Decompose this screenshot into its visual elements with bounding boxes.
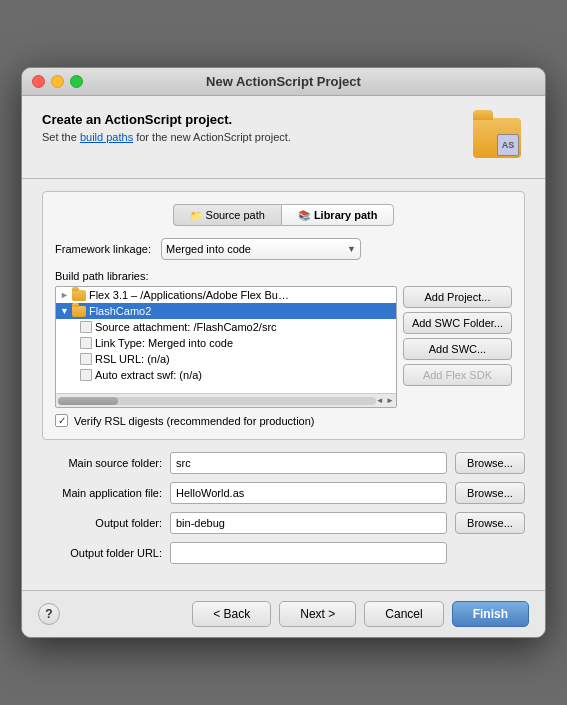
framework-row: Framework linkage: Merged into code ▼ xyxy=(55,238,512,260)
list-item[interactable]: ▼ FlashCamo2 xyxy=(56,303,396,319)
scrollbar-arrows[interactable]: ◄ ► xyxy=(376,396,394,405)
build-paths-link[interactable]: build paths xyxy=(80,131,133,143)
tab-library[interactable]: 📚 Library path xyxy=(281,204,395,226)
browse-app-button[interactable]: Browse... xyxy=(455,482,525,504)
scrollbar-thumb[interactable] xyxy=(58,397,118,405)
framework-select[interactable]: Merged into code ▼ xyxy=(161,238,361,260)
main-source-label: Main source folder: xyxy=(42,457,162,469)
output-url-input[interactable] xyxy=(170,542,447,564)
checkbox-label: Verify RSL digests (recommended for prod… xyxy=(74,415,314,427)
bottom-bar: ? < Back Next > Cancel Finish xyxy=(22,590,545,637)
tab-library-label: Library path xyxy=(314,209,378,221)
library-tab-icon: 📚 xyxy=(298,210,310,221)
framework-label: Framework linkage: xyxy=(55,243,151,255)
tabs-row: 📁 Source path 📚 Library path xyxy=(55,204,512,226)
bottom-buttons: < Back Next > Cancel Finish xyxy=(192,601,529,627)
main-app-label: Main application file: xyxy=(42,487,162,499)
output-folder-input[interactable] xyxy=(170,512,447,534)
file-icon xyxy=(80,321,92,333)
main-app-input[interactable] xyxy=(170,482,447,504)
page-subtext: Set the build paths for the new ActionSc… xyxy=(42,131,291,143)
list-item[interactable]: ► Flex 3.1 – /Applications/Adobe Flex Bu… xyxy=(56,287,396,303)
list-item: Link Type: Merged into code xyxy=(56,335,396,351)
help-button[interactable]: ? xyxy=(38,603,60,625)
header-section: Create an ActionScript project. Set the … xyxy=(42,112,525,164)
build-path-label: Build path libraries: xyxy=(55,270,512,282)
main-window: New ActionScript Project Create an Actio… xyxy=(21,67,546,638)
titlebar: New ActionScript Project xyxy=(22,68,545,96)
tree-item-text: FlashCamo2 xyxy=(89,305,151,317)
content-area: Create an ActionScript project. Set the … xyxy=(22,96,545,590)
chevron-down-icon: ▼ xyxy=(60,306,69,316)
tree-item-text: Flex 3.1 – /Applications/Adobe Flex Buil… xyxy=(89,289,289,301)
tree-item-text: Auto extract swf: (n/a) xyxy=(95,369,202,381)
cancel-button[interactable]: Cancel xyxy=(364,601,443,627)
minimize-button[interactable] xyxy=(51,75,64,88)
back-button[interactable]: < Back xyxy=(192,601,271,627)
checkbox-row: Verify RSL digests (recommended for prod… xyxy=(55,414,512,427)
tree-item-text: Source attachment: /FlashCamo2/src xyxy=(95,321,277,333)
as-badge: AS xyxy=(497,134,519,156)
maximize-button[interactable] xyxy=(70,75,83,88)
page-heading: Create an ActionScript project. xyxy=(42,112,291,127)
browse-source-button[interactable]: Browse... xyxy=(455,452,525,474)
horizontal-scrollbar[interactable]: ◄ ► xyxy=(56,393,396,407)
add-project-button[interactable]: Add Project... xyxy=(403,286,512,308)
add-flex-sdk-button[interactable]: Add Flex SDK xyxy=(403,364,512,386)
source-tab-icon: 📁 xyxy=(190,210,202,221)
file-icon xyxy=(80,353,92,365)
list-item: Source attachment: /FlashCamo2/src xyxy=(56,319,396,335)
tab-source-label: Source path xyxy=(206,209,265,221)
finish-button[interactable]: Finish xyxy=(452,601,529,627)
file-icon xyxy=(80,369,92,381)
next-button[interactable]: Next > xyxy=(279,601,356,627)
traffic-lights xyxy=(32,75,83,88)
folder-icon xyxy=(72,290,86,301)
library-panel: 📁 Source path 📚 Library path Framework l… xyxy=(42,191,525,440)
header-text: Create an ActionScript project. Set the … xyxy=(42,112,291,143)
project-icon: AS xyxy=(473,112,525,164)
main-app-row: Main application file: Browse... xyxy=(42,482,525,504)
list-item: Auto extract swf: (n/a) xyxy=(56,367,396,383)
main-source-row: Main source folder: Browse... xyxy=(42,452,525,474)
tree-item-text: RSL URL: (n/a) xyxy=(95,353,170,365)
folder-icon: AS xyxy=(473,118,521,158)
verify-rsl-checkbox[interactable] xyxy=(55,414,68,427)
output-url-row: Output folder URL: xyxy=(42,542,525,564)
list-item: RSL URL: (n/a) xyxy=(56,351,396,367)
chevron-right-icon: ► xyxy=(60,290,69,300)
select-arrow-icon: ▼ xyxy=(347,244,356,254)
tree-item-text: Link Type: Merged into code xyxy=(95,337,233,349)
side-buttons: Add Project... Add SWC Folder... Add SWC… xyxy=(403,286,512,386)
file-icon xyxy=(80,337,92,349)
add-swc-button[interactable]: Add SWC... xyxy=(403,338,512,360)
bottom-left: ? xyxy=(38,603,60,625)
close-button[interactable] xyxy=(32,75,45,88)
browse-output-button[interactable]: Browse... xyxy=(455,512,525,534)
tab-source[interactable]: 📁 Source path xyxy=(173,204,281,226)
tree-panel-row: ► Flex 3.1 – /Applications/Adobe Flex Bu… xyxy=(55,286,512,408)
window-title: New ActionScript Project xyxy=(206,74,361,89)
add-swc-folder-button[interactable]: Add SWC Folder... xyxy=(403,312,512,334)
main-source-input[interactable] xyxy=(170,452,447,474)
framework-value: Merged into code xyxy=(166,243,251,255)
form-section: Main source folder: Browse... Main appli… xyxy=(42,452,525,578)
folder-icon xyxy=(72,306,86,317)
tree-container: ► Flex 3.1 – /Applications/Adobe Flex Bu… xyxy=(55,286,397,408)
scrollbar-track xyxy=(58,397,376,405)
output-folder-row: Output folder: Browse... xyxy=(42,512,525,534)
output-folder-label: Output folder: xyxy=(42,517,162,529)
output-url-label: Output folder URL: xyxy=(42,547,162,559)
divider xyxy=(22,178,545,179)
